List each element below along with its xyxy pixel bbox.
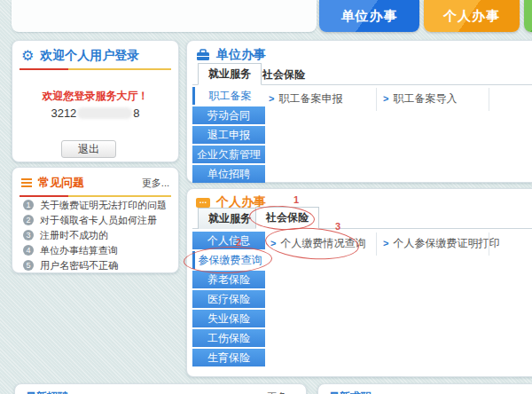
menu-item-pension-insurance[interactable]: 养老保险 (192, 271, 265, 288)
faq-list: 1 关于缴费证明无法打印的问题 2 对于领取省卡人员如何注册 3 注册时不成功的… (12, 200, 178, 271)
menu-item-medical-insurance[interactable]: 医疗保险 (192, 290, 265, 308)
link-employee-filing-import[interactable]: >职工备案导入 (383, 91, 457, 106)
login-panel: ⚙ 欢迎个人用户登录 欢迎您登录服务大厅！ 32128 退出 (12, 40, 179, 162)
chat-bubble-icon: … (196, 198, 210, 208)
link-text: 职工备案导入 (393, 92, 457, 105)
tab-employment-services[interactable]: 就业服务 (198, 208, 262, 229)
faq-item-number: 5 (23, 260, 34, 271)
header-underline (20, 68, 171, 70)
login-panel-title: 欢迎个人用户登录 (40, 48, 139, 64)
user-id-redacted-blur (77, 107, 132, 119)
faq-panel-header: 常见问题 更多... (12, 168, 178, 195)
logout-button[interactable]: 退出 (61, 140, 116, 158)
gear-icon: ⚙ (21, 50, 34, 62)
faq-item-text: 单位办事结算查询 (40, 244, 118, 257)
column-divider (489, 232, 489, 256)
login-panel-header: ⚙ 欢迎个人用户登录 (12, 41, 178, 68)
header-underline (20, 195, 171, 197)
link-payment-certificate-print[interactable]: >个人参保缴费证明打印 (383, 236, 499, 251)
column-divider (376, 88, 377, 111)
unit-tabbar: 就业服务 社会保险 (192, 67, 532, 85)
unit-card-header: 单位办事 (196, 47, 266, 63)
portal-page: 单位办事 个人办事 ⚙ 欢迎个人用户登录 欢迎您登录服务大厅！ 32128 退出… (0, 0, 532, 394)
watermark-blur (403, 366, 520, 374)
link-employee-filing-declare[interactable]: >职工备案申报 (269, 91, 342, 106)
faq-item-number: 3 (23, 230, 34, 240)
faq-more-link[interactable]: 更多... (142, 177, 169, 190)
latest-recruitment-panel: 最新招聘 更多 (14, 383, 307, 394)
arrow-icon: > (269, 93, 274, 104)
faq-item[interactable]: 1 关于缴费证明无法打印的问题 (23, 200, 178, 210)
unit-services-card: 单位办事 就业服务 社会保险 职工备案 劳动合同 退工申报 企业欠薪管理 单位招… (186, 40, 532, 183)
menu-item-wage-arrears[interactable]: 企业欠薪管理 (192, 146, 265, 163)
menu-item-unemployment-insurance[interactable]: 失业保险 (192, 310, 265, 327)
faq-item-text: 用户名密码不正确 (40, 259, 118, 272)
tab-social-insurance[interactable]: 社会保险 (255, 207, 319, 229)
list-icon (21, 178, 32, 187)
personal-services-nav-button[interactable]: 个人办事 (424, 0, 520, 32)
extra-nav-button-partial[interactable] (524, 0, 532, 32)
latest-jobseeker-title: 最新求职 (329, 390, 372, 394)
link-text: 个人参保缴费证明打印 (393, 237, 499, 249)
personal-tabbar: 就业服务 社会保险 (192, 211, 532, 229)
unit-menu: 职工备案 劳动合同 退工申报 企业欠薪管理 单位招聘 (192, 87, 265, 185)
faq-item-number: 4 (23, 245, 34, 256)
faq-item-text: 注册时不成功的 (40, 229, 108, 242)
arrow-icon: > (383, 93, 388, 104)
menu-item-employee-filing[interactable]: 职工备案 (192, 87, 265, 105)
welcome-message: 欢迎您登录服务大厅！ (12, 89, 178, 104)
menu-item-personal-info[interactable]: 个人信息 (192, 232, 265, 249)
recruitment-more-link[interactable]: 更多 (267, 390, 286, 394)
menu-item-insurance-payment-query[interactable]: 参保缴费查询 (192, 251, 265, 269)
briefcase-icon (196, 49, 210, 61)
faq-item[interactable]: 5 用户名密码不正确 (23, 260, 178, 271)
column-divider (376, 232, 377, 256)
arrow-icon: > (383, 238, 388, 248)
faq-item-text: 对于领取省卡人员如何注册 (40, 214, 157, 227)
column-divider (489, 88, 489, 111)
faq-item-number: 2 (23, 215, 34, 225)
user-id-prefix: 3212 (51, 106, 76, 120)
personal-services-card: … 个人办事 就业服务 社会保险 个人信息 参保缴费查询 养老保险 医疗保险 失… (186, 188, 532, 377)
menu-item-work-injury-insurance[interactable]: 工伤保险 (192, 329, 265, 347)
personal-menu: 个人信息 参保缴费查询 养老保险 医疗保险 失业保险 工伤保险 生育保险 (192, 232, 265, 368)
user-id-suffix: 8 (133, 106, 139, 120)
latest-jobseeker-header: 最新求职 (318, 384, 532, 394)
menu-item-unit-recruitment[interactable]: 单位招聘 (192, 165, 265, 183)
menu-item-maternity-insurance[interactable]: 生育保险 (192, 349, 265, 366)
faq-item-number: 1 (23, 200, 34, 210)
faq-item[interactable]: 3 注册时不成功的 (23, 230, 178, 240)
menu-item-termination-report[interactable]: 退工申报 (192, 126, 265, 144)
link-personal-payment-status-query[interactable]: >个人缴费情况查询 (270, 236, 365, 251)
faq-panel: 常见问题 更多... 1 关于缴费证明无法打印的问题 2 对于领取省卡人员如何注… (12, 167, 179, 273)
latest-jobseeker-panel: 最新求职 (317, 383, 532, 394)
tab-social-insurance[interactable]: 社会保险 (253, 65, 315, 85)
top-white-bar (12, 0, 317, 32)
unit-card-title: 单位办事 (216, 47, 266, 63)
faq-item[interactable]: 4 单位办事结算查询 (23, 245, 178, 256)
faq-panel-title: 常见问题 (38, 175, 84, 191)
faq-item-text: 关于缴费证明无法打印的问题 (40, 199, 167, 212)
faq-item[interactable]: 2 对于领取省卡人员如何注册 (23, 215, 178, 225)
user-id-value: 32128 (12, 106, 178, 120)
link-text: 职工备案申报 (278, 92, 342, 105)
latest-recruitment-header: 最新招聘 更多 (15, 384, 306, 394)
latest-recruitment-title: 最新招聘 (26, 390, 68, 394)
arrow-icon: > (270, 238, 276, 248)
unit-services-nav-button[interactable]: 单位办事 (319, 0, 419, 32)
menu-item-labor-contract[interactable]: 劳动合同 (192, 106, 265, 124)
link-text: 个人缴费情况查询 (280, 237, 365, 249)
